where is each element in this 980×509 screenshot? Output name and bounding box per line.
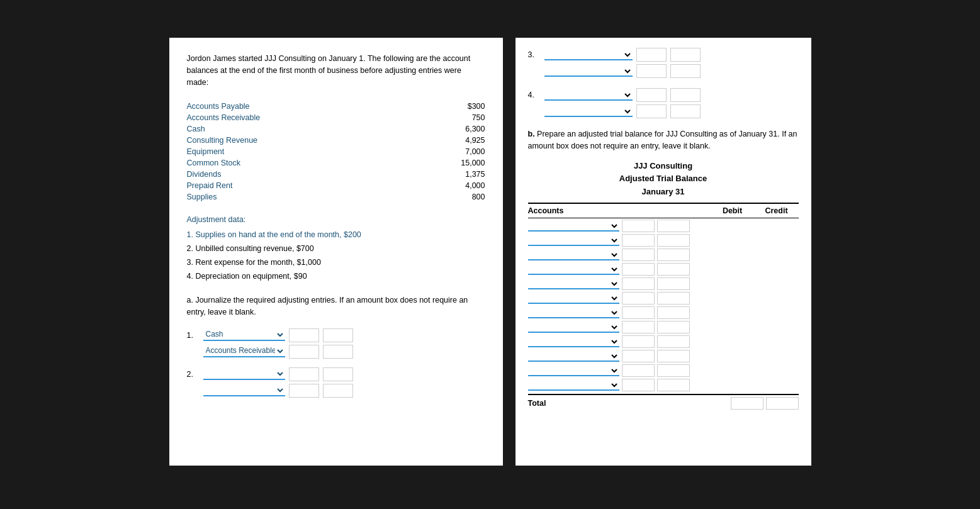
tb-debit-2[interactable] <box>622 234 655 247</box>
tb-debit-9[interactable] <box>622 335 655 348</box>
tb-total-debit[interactable] <box>731 397 763 410</box>
tb-row: CashAccounts ReceivableSuppliesPrepaid R… <box>528 234 799 247</box>
entry-3-account-2-select[interactable]: Cash Accounts Receivable Supplies Prepai… <box>544 65 633 77</box>
table-row: Equipment 7,000 <box>187 146 485 157</box>
entry-row: 2. Cash Accounts Receivable Supplies Pre… <box>187 367 485 381</box>
tb-row: CashAccounts ReceivableSuppliesPrepaid R… <box>528 263 799 276</box>
tb-credit-8[interactable] <box>657 321 690 333</box>
tb-credit-9[interactable] <box>657 335 690 348</box>
entry-2-debit-2[interactable] <box>289 384 319 398</box>
entry-1-debit-1[interactable] <box>289 328 319 342</box>
tb-total-credit[interactable] <box>766 397 799 410</box>
entry-row: 1. Cash Accounts Receivable Supplies Pre… <box>187 328 485 342</box>
tb-account-select-7[interactable]: CashAccounts ReceivableSuppliesPrepaid R… <box>528 307 619 318</box>
entry-number: 2. <box>187 370 200 379</box>
tb-account-select-4[interactable]: CashAccounts ReceivableSuppliesPrepaid R… <box>528 264 619 275</box>
tb-credit-12[interactable] <box>657 379 690 391</box>
adjustment-item-3: 3. Rent expense for the month, $1,000 <box>187 257 485 269</box>
account-value: 1,375 <box>448 170 485 179</box>
entry-1-account-1-select[interactable]: Cash Accounts Receivable Supplies Prepai… <box>203 329 285 341</box>
tb-account-select-10[interactable]: CashAccounts ReceivableSuppliesPrepaid R… <box>528 350 619 362</box>
tb-date: January 31 <box>528 186 799 199</box>
entry-3-debit-1[interactable] <box>636 48 667 62</box>
account-value: 6,300 <box>448 125 485 133</box>
tb-account-select-1[interactable]: CashAccounts ReceivableSuppliesPrepaid R… <box>528 220 619 232</box>
account-value: 15,000 <box>448 159 485 167</box>
entry-row: Cash Accounts Receivable Supplies Prepai… <box>544 104 799 118</box>
tb-credit-6[interactable] <box>657 292 690 305</box>
account-name: Common Stock <box>187 159 240 167</box>
entry-4-account-1-select[interactable]: Cash Accounts Receivable Supplies Prepai… <box>544 89 633 101</box>
tb-col-debit-header: Debit <box>711 206 755 215</box>
tb-credit-1[interactable] <box>657 220 690 232</box>
tb-debit-6[interactable] <box>622 292 655 305</box>
tb-title-line: Adjusted Trial Balance <box>528 172 799 186</box>
account-name: Consulting Revenue <box>187 136 258 145</box>
tb-account-select-9[interactable]: CashAccounts ReceivableSuppliesPrepaid R… <box>528 336 619 347</box>
tb-col-accounts-header: Accounts <box>528 206 711 215</box>
tb-credit-11[interactable] <box>657 364 690 377</box>
entry-row: Accounts Receivable Cash Supplies Prepai… <box>203 345 485 359</box>
trial-balance-section: JJJ Consulting Adjusted Trial Balance Ja… <box>528 160 799 410</box>
tb-account-select-8[interactable]: CashAccounts ReceivableSuppliesPrepaid R… <box>528 322 619 333</box>
tb-credit-7[interactable] <box>657 306 690 319</box>
entry-1-account-2-select[interactable]: Accounts Receivable Cash Supplies Prepai… <box>203 345 285 357</box>
tb-debit-7[interactable] <box>622 306 655 319</box>
tb-credit-5[interactable] <box>657 277 690 290</box>
tb-debit-1[interactable] <box>622 220 655 232</box>
table-row: Supplies 800 <box>187 191 485 203</box>
table-row: Consulting Revenue 4,925 <box>187 135 485 146</box>
entry-row: 3. Cash Accounts Receivable Supplies Pre… <box>528 48 799 62</box>
entry-3-credit-1[interactable] <box>670 48 701 62</box>
entry-4-account-2-select[interactable]: Cash Accounts Receivable Supplies Prepai… <box>544 106 633 117</box>
tb-credit-2[interactable] <box>657 234 690 247</box>
instruction-a: a. Journalize the required adjusting ent… <box>187 294 485 318</box>
tb-debit-4[interactable] <box>622 263 655 276</box>
entry-2-credit-1[interactable] <box>323 367 353 381</box>
entry-4-debit-2[interactable] <box>636 104 667 118</box>
tb-account-select-3[interactable]: CashAccounts ReceivableSuppliesPrepaid R… <box>528 249 619 260</box>
tb-debit-12[interactable] <box>622 379 655 391</box>
table-row: Accounts Payable $300 <box>187 101 485 112</box>
tb-account-select-6[interactable]: CashAccounts ReceivableSuppliesPrepaid R… <box>528 293 619 304</box>
left-panel: Jordon James started JJJ Consulting on J… <box>169 38 503 466</box>
entry-3-account-1-select[interactable]: Cash Accounts Receivable Supplies Prepai… <box>544 49 633 60</box>
tb-account-select-5[interactable]: CashAccounts ReceivableSuppliesPrepaid R… <box>528 278 619 289</box>
entry-row: Cash Accounts Receivable Supplies Prepai… <box>544 64 799 78</box>
account-name: Cash <box>187 125 205 133</box>
entry-1-credit-2[interactable] <box>323 345 353 359</box>
entry-2-account-1-select[interactable]: Cash Accounts Receivable Supplies Prepai… <box>203 368 285 380</box>
tb-account-select-12[interactable]: CashAccounts ReceivableSuppliesPrepaid R… <box>528 379 619 391</box>
tb-debit-3[interactable] <box>622 249 655 261</box>
tb-account-select-2[interactable]: CashAccounts ReceivableSuppliesPrepaid R… <box>528 235 619 246</box>
entry-2-credit-2[interactable] <box>323 384 353 398</box>
right-panel: 3. Cash Accounts Receivable Supplies Pre… <box>515 38 811 466</box>
table-row: Cash 6,300 <box>187 123 485 135</box>
entry-4-debit-1[interactable] <box>636 88 667 102</box>
tb-total-row: Total <box>528 394 799 410</box>
tb-row: CashAccounts ReceivableSuppliesPrepaid R… <box>528 249 799 261</box>
tb-account-select-11[interactable]: CashAccounts ReceivableSuppliesPrepaid R… <box>528 365 619 376</box>
tb-debit-5[interactable] <box>622 277 655 290</box>
intro-text: Jordon James started JJJ Consulting on J… <box>187 53 485 88</box>
entry-2-account-2-select[interactable]: Cash Accounts Receivable Supplies Prepai… <box>203 384 285 396</box>
entry-2-debit-1[interactable] <box>289 367 319 381</box>
entry-4-credit-1[interactable] <box>670 88 701 102</box>
entry-3-credit-2[interactable] <box>670 64 701 78</box>
tb-credit-10[interactable] <box>657 350 690 362</box>
tb-credit-3[interactable] <box>657 249 690 261</box>
tb-credit-4[interactable] <box>657 263 690 276</box>
adjustment-list: 1. Supplies on hand at the end of the mo… <box>187 229 485 282</box>
journal-entry-2: 2. Cash Accounts Receivable Supplies Pre… <box>187 367 485 398</box>
tb-debit-10[interactable] <box>622 350 655 362</box>
entry-1-debit-2[interactable] <box>289 345 319 359</box>
entry-4-credit-2[interactable] <box>670 104 701 118</box>
tb-row: CashAccounts ReceivableSuppliesPrepaid R… <box>528 379 799 391</box>
journal-entry-3: 3. Cash Accounts Receivable Supplies Pre… <box>528 48 799 78</box>
tb-debit-8[interactable] <box>622 321 655 333</box>
tb-debit-11[interactable] <box>622 364 655 377</box>
instruction-b: b. Prepare an adjusted trial balance for… <box>528 128 799 152</box>
entry-1-credit-1[interactable] <box>323 328 353 342</box>
entry-row: Cash Accounts Receivable Supplies Prepai… <box>203 384 485 398</box>
entry-3-debit-2[interactable] <box>636 64 667 78</box>
